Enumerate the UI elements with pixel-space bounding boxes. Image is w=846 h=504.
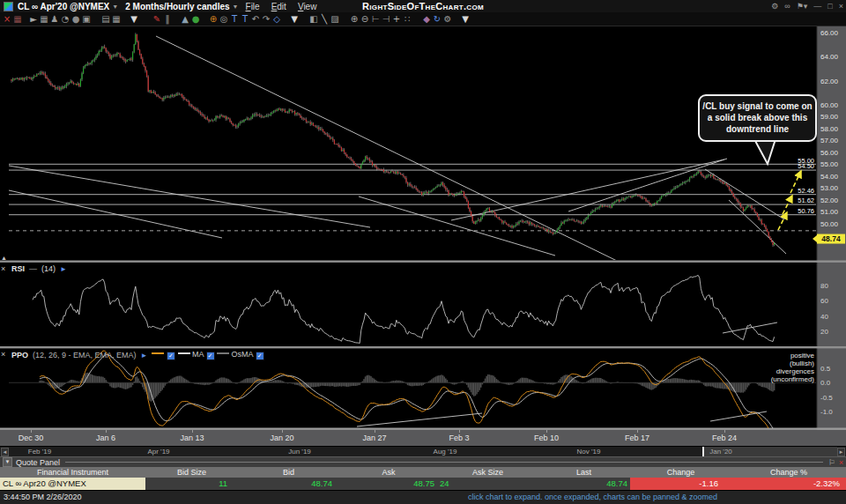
- pane-divider[interactable]: [0, 346, 846, 348]
- ppo-close-icon[interactable]: ×: [1, 351, 5, 359]
- undo-icon[interactable]: ↶: [250, 13, 261, 26]
- delete-icon[interactable]: ×: [2, 13, 12, 26]
- quote-col-ask-size[interactable]: Ask Size: [438, 467, 538, 478]
- tools-menu-icon[interactable]: ▼: [460, 13, 471, 26]
- status-hint: click chart to expand. once expanded, ch…: [339, 493, 846, 501]
- indicator-dot-icon[interactable]: ●: [190, 13, 201, 26]
- crosshair-target-icon[interactable]: ⊕: [208, 13, 219, 26]
- zoom-in-icon[interactable]: ⊕: [349, 13, 360, 26]
- timeframe-title[interactable]: 2 Months/Hourly candles: [125, 2, 229, 11]
- quote-bid[interactable]: 48.74: [238, 478, 339, 490]
- app-icon: [4, 2, 13, 11]
- quote-panel-toggle-icon[interactable]: ▼: [3, 457, 12, 467]
- draw-menu-icon[interactable]: ▼: [289, 13, 300, 26]
- marker-left-icon[interactable]: ⊢: [370, 13, 381, 26]
- symbol-dropdown-caret-icon[interactable]: ▼: [112, 4, 118, 10]
- ppo-legend-checkbox[interactable]: ✓: [256, 352, 264, 360]
- symbol-grid-icon[interactable]: ▦: [12, 13, 23, 26]
- text-tool-icon[interactable]: T: [229, 13, 240, 26]
- pointer-icon[interactable]: ►: [28, 13, 39, 26]
- quote-last[interactable]: 48.74: [538, 478, 630, 490]
- text-note-icon[interactable]: T: [240, 13, 250, 26]
- grid-icon[interactable]: ▦: [39, 13, 49, 26]
- circle-icon[interactable]: ●: [70, 13, 81, 26]
- price-axis-tick: 51.00: [820, 208, 839, 216]
- symbol-title[interactable]: CL ∞ Apr'20 @NYMEX: [18, 2, 109, 11]
- shapes-icon[interactable]: ◆: [421, 13, 432, 26]
- settings-tool-icon[interactable]: ⚙: [442, 13, 453, 26]
- link-icon[interactable]: ∞: [784, 2, 790, 11]
- quote-close-icon[interactable]: ×: [839, 458, 843, 467]
- quote-col-bid[interactable]: Bid: [238, 467, 339, 478]
- navigator-month-label: Jan '20: [709, 448, 732, 456]
- cursor-tool-icon[interactable]: ◎: [219, 13, 229, 26]
- navigator-right-arrow[interactable]: ►: [837, 448, 845, 456]
- navigator-left-arrow[interactable]: ◄: [1, 448, 9, 456]
- rsi-close-icon[interactable]: ×: [1, 265, 5, 273]
- ppo-legend-checkbox[interactable]: ✓: [167, 352, 175, 360]
- menu-edit[interactable]: Edit: [271, 2, 286, 11]
- date-tick-mark: [546, 430, 547, 433]
- quote-ask-size[interactable]: 24: [438, 478, 538, 490]
- minimize-icon[interactable]: —: [813, 2, 821, 11]
- ppo-params: (12, 26, 9 - EMA, EMA, EMA): [33, 351, 137, 359]
- quote-table-value-row[interactable]: CL ∞ Apr20 @NYMEX1148.7448.752448.74-1.1…: [0, 478, 846, 490]
- draw-pencil-icon[interactable]: ✎: [152, 13, 162, 26]
- flag-icon[interactable]: ◧: [308, 13, 319, 26]
- hatch-tool-icon[interactable]: ▨: [330, 13, 340, 26]
- quote-change[interactable]: -1.16: [630, 478, 731, 490]
- pie-icon[interactable]: ◔: [60, 13, 70, 26]
- stamp-icon[interactable]: ♟: [49, 13, 60, 26]
- chart-area[interactable]: 55.0054.5052.4651.6250.76/CL buy signal …: [0, 26, 846, 430]
- ppo-legend-checkbox[interactable]: ✓: [206, 352, 215, 360]
- menu-view[interactable]: View: [298, 2, 317, 11]
- quote-col-change[interactable]: Change: [630, 467, 731, 478]
- quote-table-header-row: Financial InstrumentBid SizeBidAskAsk Si…: [0, 467, 846, 478]
- chart-style-icon[interactable]: ‖: [162, 13, 173, 26]
- price-axis-tick: 57.00: [820, 137, 839, 145]
- rsi-settings-icon[interactable]: ►: [60, 265, 67, 273]
- price-axis-tick: 55.00: [820, 160, 839, 168]
- layout-rows-icon[interactable]: ▤: [100, 13, 111, 26]
- quote-change-pct[interactable]: -2.32%: [731, 478, 846, 490]
- pin-icon[interactable]: ⚑▾: [797, 2, 808, 11]
- trendline-tool-icon[interactable]: ╲: [319, 13, 330, 26]
- settings-gear-icon[interactable]: ⚙: [771, 2, 778, 11]
- price-level-label: 52.46: [798, 187, 814, 195]
- quote-col-bid-size[interactable]: Bid Size: [145, 467, 238, 478]
- close-icon[interactable]: ×: [839, 2, 843, 11]
- layout-menu-icon[interactable]: ▼: [129, 13, 139, 26]
- quote-panel-header: ▼ Quote Panel ⚐×: [0, 456, 846, 467]
- quote-col-financial-instrument[interactable]: Financial Instrument: [0, 467, 145, 478]
- quote-col-last[interactable]: Last: [538, 467, 630, 478]
- rsi-axis-tick: 80: [820, 282, 828, 290]
- marker-right-icon[interactable]: ⊣: [381, 13, 391, 26]
- quote-col-ask[interactable]: Ask: [339, 467, 438, 478]
- timeframe-dropdown-caret-icon[interactable]: ▼: [233, 4, 239, 10]
- price-axis-tick: 50.00: [820, 220, 839, 228]
- maximize-icon[interactable]: □: [827, 2, 832, 11]
- dots-icon[interactable]: ∷: [402, 13, 412, 26]
- image-icon[interactable]: ▣: [81, 13, 92, 26]
- layout-grid-icon[interactable]: ▦: [111, 13, 122, 26]
- move-icon[interactable]: +: [391, 13, 402, 26]
- date-axis: Dec 30Jan 6Jan 13Jan 20Jan 27Feb 3Feb 10…: [0, 430, 846, 446]
- refresh-icon[interactable]: ↻: [432, 13, 442, 26]
- area-style-icon[interactable]: ▲: [180, 13, 190, 26]
- zoom-out-icon[interactable]: ⊖: [360, 13, 370, 26]
- ppo-settings-icon[interactable]: ►: [141, 352, 148, 359]
- quote-col-change-[interactable]: Change %: [731, 467, 846, 478]
- polygon-tool-icon[interactable]: ◇: [271, 13, 282, 26]
- quote-bid-size[interactable]: 11: [145, 478, 238, 490]
- price-axis-tick: 56.00: [820, 149, 839, 157]
- redo-icon[interactable]: ↷: [261, 13, 271, 26]
- navigator-month-label: Jun '19: [288, 448, 311, 456]
- callout-text-line: downtrend line: [726, 124, 790, 134]
- pane-divider[interactable]: [0, 261, 846, 263]
- quote-ask[interactable]: 48.75: [339, 478, 438, 490]
- quote-flag-icon[interactable]: ⚐: [828, 458, 835, 467]
- quote-instrument[interactable]: CL ∞ Apr20 @NYMEX: [0, 478, 145, 490]
- collapse-pane-icon[interactable]: ▲: [1, 254, 7, 262]
- menu-file[interactable]: File: [246, 2, 260, 11]
- time-navigator[interactable]: ◄ Feb '19Apr '19Jun '19Aug '19Nov '19Jan…: [0, 446, 846, 456]
